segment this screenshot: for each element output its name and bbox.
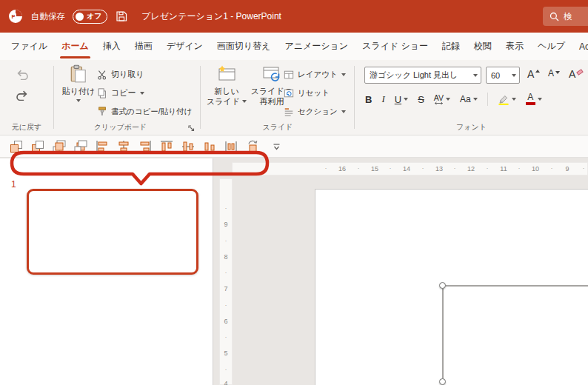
rotate-button[interactable]: [246, 140, 259, 153]
align-center-icon: [117, 140, 130, 153]
font-color-button[interactable]: A: [526, 93, 542, 105]
align-center-button[interactable]: [117, 140, 130, 153]
powerpoint-logo-icon: P: [7, 8, 24, 24]
section-icon: [284, 107, 294, 117]
reset-button[interactable]: リセット: [284, 84, 346, 102]
tab-home[interactable]: ホーム: [60, 33, 90, 60]
section-button[interactable]: セクション: [284, 102, 346, 121]
format-painter-button[interactable]: 書式のコピー/貼り付け: [97, 102, 192, 121]
redo-button[interactable]: [15, 90, 33, 104]
send-to-back-icon: [74, 140, 87, 153]
chevron-down-icon: [404, 98, 408, 101]
ruler-number: 16: [338, 165, 346, 173]
save-icon: [116, 10, 127, 22]
slide-number: 1: [11, 179, 16, 190]
distribute-horizontal-icon: [224, 140, 238, 153]
font-size-combo[interactable]: 60: [486, 67, 520, 84]
italic-button[interactable]: I: [381, 93, 384, 105]
slides-group: 新しい スライド スライドの 再利用: [201, 60, 355, 135]
send-backward-button[interactable]: [31, 140, 44, 153]
autosave-toggle[interactable]: オフ: [73, 10, 107, 24]
align-middle-button[interactable]: [181, 140, 195, 153]
search-label: 検: [564, 11, 572, 22]
toolbar-overflow-button[interactable]: [273, 140, 281, 153]
increase-font-size-button[interactable]: A: [527, 68, 540, 80]
resize-handle-left[interactable]: [439, 378, 446, 385]
new-slide-icon: [217, 64, 236, 84]
align-top-icon: [160, 140, 173, 153]
tab-review[interactable]: 校閲: [472, 33, 493, 60]
slide-editor-area: 16 15 14 13 12 11 10 9 9: [214, 158, 588, 385]
tab-view[interactable]: 表示: [504, 33, 525, 60]
increase-font-letter: A: [527, 68, 534, 80]
font-toolbar-row: B I U S AV Aa: [365, 90, 542, 109]
layout-icon: [284, 70, 294, 80]
paste-button[interactable]: 貼り付け: [61, 64, 96, 102]
copy-button[interactable]: コピー: [97, 84, 192, 102]
slide-canvas[interactable]: [315, 189, 588, 385]
change-case-button[interactable]: Aa: [460, 94, 478, 104]
distribute-horizontal-button[interactable]: [224, 140, 238, 153]
align-right-button[interactable]: [138, 140, 152, 153]
send-backward-icon: [31, 140, 44, 153]
bold-label: B: [365, 94, 372, 105]
text-highlight-button[interactable]: [498, 93, 516, 105]
clipboard-group-label: クリップボード: [54, 122, 200, 133]
tab-draw[interactable]: 描画: [133, 33, 154, 60]
bring-forward-icon: [10, 140, 23, 153]
bring-forward-button[interactable]: [10, 140, 23, 153]
tab-insert[interactable]: 挿入: [101, 33, 122, 60]
resize-handle-top-left[interactable]: [439, 282, 446, 289]
ruler-number: 8: [220, 253, 232, 261]
format-painter-icon: [97, 107, 107, 117]
decrease-font-size-button[interactable]: A: [548, 68, 560, 78]
undo-button[interactable]: [15, 69, 33, 84]
align-left-button[interactable]: [96, 140, 109, 153]
chevron-down-icon: [242, 100, 247, 103]
bold-button[interactable]: B: [365, 94, 372, 105]
strikethrough-label: S: [418, 94, 424, 105]
double-arrow-icon: [434, 101, 444, 105]
save-button[interactable]: [115, 10, 128, 23]
align-bottom-button[interactable]: [203, 140, 216, 153]
strikethrough-button[interactable]: S: [418, 94, 424, 105]
copy-label: コピー: [111, 87, 136, 98]
chevron-down-icon: [538, 98, 542, 101]
ruler-tick: [583, 164, 585, 172]
bring-to-front-button[interactable]: [53, 140, 66, 153]
undo-group-label: 元に戻す: [0, 122, 53, 133]
align-top-button[interactable]: [160, 140, 173, 153]
cut-button[interactable]: 切り取り: [97, 65, 192, 84]
chevron-down-icon: [446, 98, 450, 101]
search-box[interactable]: 検: [543, 7, 588, 26]
tab-help[interactable]: ヘルプ: [536, 33, 567, 60]
ruler-tick: [518, 164, 521, 172]
layout-button[interactable]: レイアウト: [284, 65, 346, 84]
tab-file[interactable]: ファイル: [10, 33, 49, 60]
ruler-number: 9: [220, 221, 232, 228]
ruler-tick: [220, 204, 232, 212]
underline-button[interactable]: U: [395, 94, 408, 105]
tab-design[interactable]: デザイン: [165, 33, 204, 60]
ruler-tick: [358, 164, 360, 172]
ribbon: 元に戻す 貼り付け: [0, 60, 588, 135]
clear-formatting-button[interactable]: A: [569, 68, 583, 80]
clipboard-dialog-launcher[interactable]: [187, 122, 196, 131]
tab-record[interactable]: 記録: [441, 33, 461, 60]
new-slide-button[interactable]: 新しい スライド: [205, 64, 248, 107]
tab-slideshow[interactable]: スライド ショー: [361, 33, 430, 60]
tab-animations[interactable]: アニメーション: [283, 33, 350, 60]
character-spacing-button[interactable]: AV: [434, 94, 450, 105]
ruler-number: 10: [532, 165, 539, 173]
ruler-tick: [220, 366, 232, 373]
send-to-back-button[interactable]: [74, 140, 87, 153]
font-name-combo[interactable]: 游ゴシック Light 見出し: [364, 67, 481, 84]
ruler-tick: [220, 237, 232, 244]
tab-acrobat[interactable]: Acrobat: [578, 33, 588, 60]
slide-thumbnail[interactable]: [27, 189, 198, 275]
section-label: セクション: [298, 107, 338, 117]
tab-transitions[interactable]: 画面切り替え: [216, 33, 273, 60]
ruler-number: 14: [403, 165, 410, 173]
svg-text:P: P: [12, 13, 16, 20]
chevron-down-icon: [473, 98, 478, 101]
